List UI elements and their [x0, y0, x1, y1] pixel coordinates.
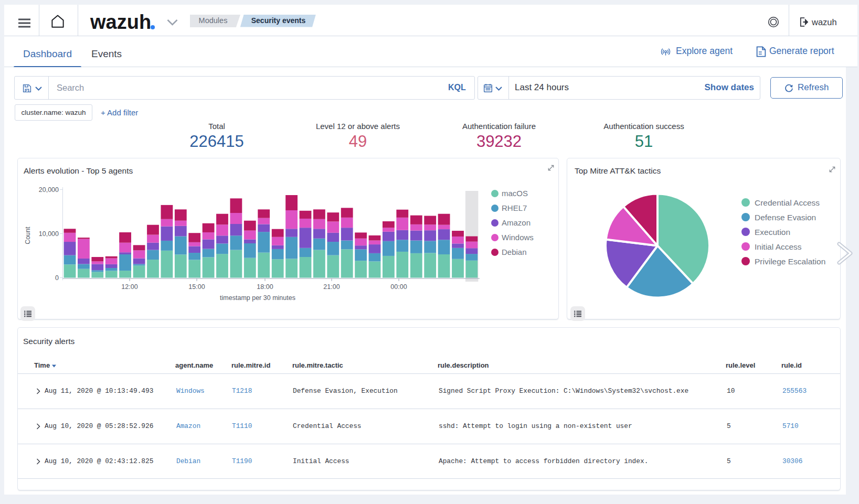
svg-text:macOS: macOS [502, 189, 528, 198]
svg-text:12:00: 12:00 [121, 283, 137, 291]
svg-text:Execution: Execution [755, 228, 790, 237]
svg-text:Defense Evasion: Defense Evasion [755, 213, 816, 222]
svg-text:20,000: 20,000 [39, 186, 59, 194]
svg-text:RHEL7: RHEL7 [502, 203, 527, 212]
svg-text:Windows: Windows [502, 233, 534, 242]
svg-text:Count: Count [24, 227, 31, 244]
svg-text:timestamp per 30 minutes: timestamp per 30 minutes [220, 294, 295, 302]
svg-text:10,000: 10,000 [39, 230, 59, 238]
svg-text:Privilege Escalation: Privilege Escalation [755, 257, 825, 266]
svg-text:00:00: 00:00 [390, 283, 407, 291]
svg-text:Amazon: Amazon [502, 218, 531, 227]
svg-text:18:00: 18:00 [257, 283, 273, 291]
svg-text:Debian: Debian [502, 248, 527, 256]
svg-text:Credential Access: Credential Access [755, 198, 820, 207]
svg-text:Initial Access: Initial Access [755, 242, 802, 251]
svg-text:0: 0 [55, 274, 59, 282]
svg-text:21:00: 21:00 [323, 283, 340, 291]
svg-text:15:00: 15:00 [188, 283, 205, 291]
